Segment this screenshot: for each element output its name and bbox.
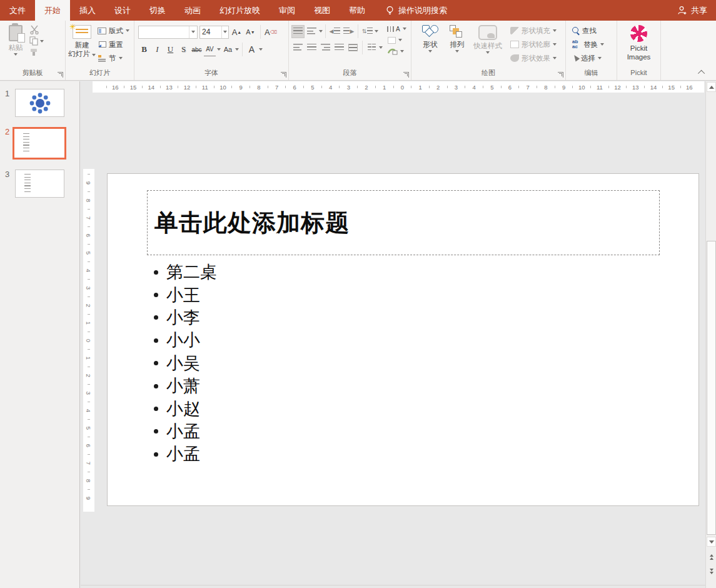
replace-button[interactable]: abac 替换	[571, 38, 615, 51]
thumbnail-text-lines	[24, 174, 31, 193]
tab-文件[interactable]: 文件	[0, 0, 35, 21]
hruler-mark: 1	[411, 81, 430, 93]
tab-审阅[interactable]: 审阅	[270, 0, 305, 21]
numbering-caret[interactable]	[319, 30, 323, 33]
bullets-button[interactable]	[291, 25, 305, 38]
bold-button[interactable]: B	[138, 43, 150, 56]
slide-thumbnail-preview[interactable]	[13, 127, 66, 160]
slide-number: 1	[0, 89, 15, 117]
quick-styles-button[interactable]: 快速样式	[470, 24, 505, 68]
section-button[interactable]: 节	[96, 51, 131, 65]
copy-icon[interactable]	[29, 36, 38, 46]
clear-formatting-button[interactable]: A⌫	[265, 25, 277, 39]
convert-smartart-button[interactable]	[386, 46, 408, 57]
next-slide-button[interactable]	[707, 566, 716, 576]
justify-button[interactable]	[333, 41, 346, 54]
tab-插入[interactable]: 插入	[70, 0, 105, 21]
scroll-up-button[interactable]	[707, 82, 716, 92]
font-name-dropdown-icon[interactable]	[189, 26, 197, 38]
cut-icon[interactable]	[29, 25, 40, 34]
font-dialog-launcher[interactable]	[281, 72, 286, 78]
scrollbar-thumb[interactable]	[707, 241, 716, 535]
increase-indent-button[interactable]: ▶	[342, 25, 355, 38]
pickit-group: Pickit Images Pickit	[617, 21, 661, 80]
format-painter-icon[interactable]	[29, 48, 39, 57]
tab-帮助[interactable]: 帮助	[340, 0, 375, 21]
font-color-caret[interactable]	[259, 48, 263, 51]
slide-thumbnail-preview[interactable]	[15, 170, 64, 198]
tell-me-search[interactable]: 操作说明搜索	[386, 0, 447, 21]
pickit-label-2: Images	[627, 53, 651, 61]
paragraph-group-label: 段落	[289, 68, 411, 80]
slide-canvas[interactable]: 单击此处添加标题 第二桌小王小李小小小吴小萧小赵小孟小孟	[107, 173, 699, 506]
collapse-ribbon-button[interactable]	[697, 69, 707, 76]
shape-fill-button[interactable]: 形状填充	[509, 24, 558, 38]
paragraph-dialog-launcher[interactable]	[403, 72, 409, 78]
underline-button[interactable]: U	[164, 43, 176, 56]
share-button[interactable]: 共享	[677, 0, 716, 21]
layout-button[interactable]: 版式	[96, 24, 131, 38]
align-text-button[interactable]	[386, 34, 408, 46]
text-direction-button[interactable]: A	[386, 23, 408, 34]
title-placeholder[interactable]: 单击此处添加标题	[147, 190, 660, 255]
character-spacing-caret[interactable]	[217, 48, 221, 51]
italic-button[interactable]: I	[151, 43, 163, 56]
change-case-caret[interactable]	[235, 48, 239, 51]
tab-幻灯片放映[interactable]: 幻灯片放映	[210, 0, 270, 21]
hruler-mark: 16	[680, 81, 698, 93]
font-name-combo[interactable]	[138, 26, 198, 39]
tab-切换[interactable]: 切换	[140, 0, 175, 21]
thumbnail-text-lines	[23, 133, 29, 153]
replace-label: 替换	[583, 40, 598, 49]
arrange-button[interactable]: 排列	[444, 24, 470, 68]
slide-thumbnail-preview[interactable]	[15, 89, 64, 117]
columns-button[interactable]	[365, 41, 378, 54]
tab-开始[interactable]: 开始	[35, 0, 70, 21]
shape-effects-icon	[510, 54, 519, 62]
decrease-indent-button[interactable]: ◀	[328, 25, 341, 38]
tab-视图[interactable]: 视图	[305, 0, 340, 21]
font-size-combo[interactable]	[199, 26, 229, 39]
slide-thumbnail-1[interactable]: 1	[0, 89, 79, 117]
clipboard-group-label: 剪贴板	[0, 68, 65, 80]
shape-outline-button[interactable]: 形状轮廓	[509, 38, 558, 51]
pickit-logo-icon	[630, 25, 647, 42]
slide-thumbnail-2[interactable]: 2	[0, 127, 79, 160]
columns-caret[interactable]	[379, 46, 383, 49]
new-slide-button[interactable]: ✳ 新建 幻灯片	[68, 24, 96, 68]
align-left-button[interactable]	[291, 41, 305, 54]
text-shadow-button[interactable]: S	[178, 43, 189, 56]
font-name-input[interactable]	[139, 26, 189, 38]
decrease-font-size-button[interactable]: A▼	[245, 25, 256, 39]
slide-thumbnail-3[interactable]: 3	[0, 170, 79, 198]
reset-button[interactable]: 重置	[96, 38, 131, 51]
clipboard-dialog-launcher[interactable]	[58, 72, 63, 78]
align-right-button[interactable]	[319, 41, 332, 54]
line-spacing-button[interactable]: ⇅	[361, 25, 374, 38]
ribbon-tabs: 文件开始插入设计切换动画幻灯片放映审阅视图帮助	[0, 0, 375, 21]
strikethrough-button[interactable]: abc	[191, 43, 203, 56]
distribute-button[interactable]	[346, 41, 360, 54]
scroll-down-button[interactable]	[707, 537, 716, 547]
change-case-button[interactable]: Aa	[222, 43, 234, 56]
previous-slide-button[interactable]	[707, 552, 716, 562]
tab-设计[interactable]: 设计	[105, 0, 140, 21]
shape-effects-button[interactable]: 形状效果	[509, 51, 558, 65]
line-spacing-caret[interactable]	[375, 30, 378, 33]
shapes-button[interactable]: 形状	[416, 24, 444, 68]
font-size-dropdown-icon[interactable]	[221, 26, 228, 38]
body-text-box[interactable]: 第二桌小王小李小小小吴小萧小赵小孟小孟	[154, 261, 217, 466]
find-button[interactable]: 查找	[571, 24, 615, 38]
font-size-input[interactable]	[200, 26, 221, 38]
select-button[interactable]: 选择	[571, 51, 615, 65]
vertical-scrollbar[interactable]	[705, 81, 716, 588]
increase-font-size-button[interactable]: A▲	[231, 25, 243, 39]
drawing-dialog-launcher[interactable]	[558, 72, 563, 78]
tab-动画[interactable]: 动画	[175, 0, 210, 21]
font-color-button[interactable]: A	[246, 43, 258, 56]
pickit-images-button[interactable]: Pickit Images	[620, 24, 658, 68]
numbering-button[interactable]	[305, 25, 318, 38]
character-spacing-button[interactable]: AV	[204, 43, 216, 56]
align-center-button[interactable]	[305, 41, 318, 54]
paste-button[interactable]: 粘贴	[2, 24, 29, 68]
